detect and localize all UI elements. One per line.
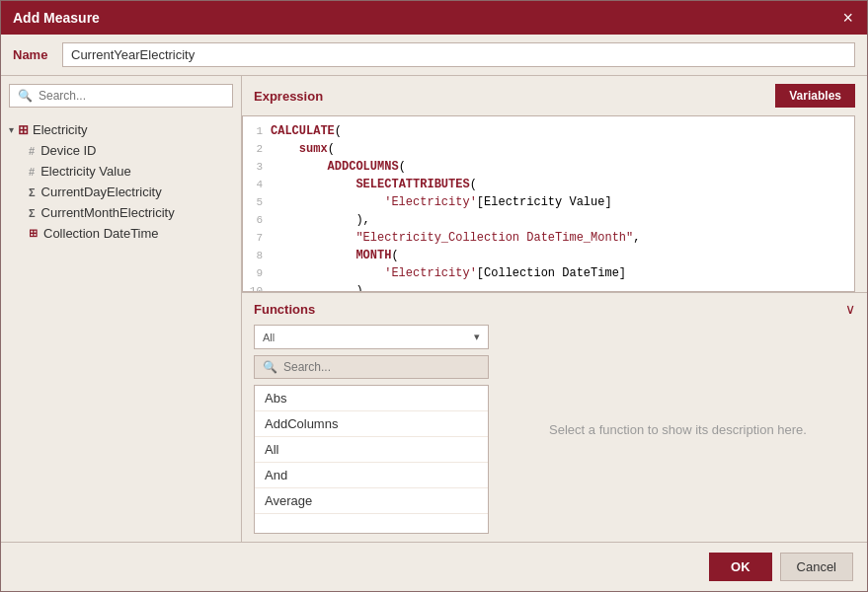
name-input[interactable] (62, 42, 855, 67)
code-line-2: 2 sumx( (243, 140, 854, 158)
functions-section: Functions ∨ All ▾ 🔍 Abs (242, 292, 867, 542)
table-icon: ⊞ (18, 122, 29, 137)
tree-item-label: Electricity Value (40, 164, 131, 179)
tree-item-label: Device ID (40, 143, 96, 158)
code-line-6: 6 ), (243, 211, 854, 229)
code-line-8: 8 MONTH( (243, 247, 854, 264)
name-row: Name (1, 35, 867, 76)
hash-icon: # (29, 166, 35, 178)
list-item-all[interactable]: All (255, 437, 488, 463)
chevron-down-icon: ▾ (9, 124, 14, 135)
left-search-input[interactable] (39, 89, 224, 103)
right-panel: Expression Variables 1 CALCULATE( 2 sumx… (242, 76, 867, 542)
functions-header: Functions ∨ (242, 293, 867, 325)
sigma-icon: Σ (29, 186, 36, 198)
dropdown-value: All (263, 332, 275, 343)
func-search-input[interactable] (283, 360, 480, 374)
dialog-title: Add Measure (13, 10, 100, 26)
list-item-addcolumns[interactable]: AddColumns (255, 411, 488, 437)
tree-item-electricity-value[interactable]: # Electricity Value (1, 161, 241, 182)
tree-item-current-month[interactable]: Σ CurrentMonthElectricity (1, 202, 241, 223)
tree-container: ▾ ⊞ Electricity # Device ID # Electricit… (1, 115, 241, 542)
func-list: Abs AddColumns All And Average (254, 385, 489, 534)
search-box: 🔍 (9, 84, 233, 108)
hash-icon: # (29, 145, 35, 157)
name-label: Name (13, 47, 52, 62)
functions-label: Functions (254, 302, 315, 317)
functions-toggle-icon[interactable]: ∨ (845, 301, 855, 317)
add-measure-dialog: Add Measure × Name 🔍 ▾ ⊞ Electricity # (0, 0, 868, 592)
code-editor[interactable]: 1 CALCULATE( 2 sumx( 3 ADDCOLUMNS( 4 SEL… (242, 115, 855, 292)
close-button[interactable]: × (840, 9, 855, 27)
tree-item-collection-datetime[interactable]: ⊞ Collection DateTime (1, 223, 241, 244)
dialog-titlebar: Add Measure × (1, 1, 867, 35)
expression-label: Expression (254, 89, 323, 104)
dialog-footer: OK Cancel (1, 542, 867, 591)
variables-button[interactable]: Variables (775, 84, 855, 108)
tree-item-label: Collection DateTime (43, 226, 159, 241)
tree-item-current-day[interactable]: Σ CurrentDayElectricity (1, 182, 241, 202)
ok-button[interactable]: OK (709, 553, 772, 581)
tree-group-header[interactable]: ▾ ⊞ Electricity (1, 119, 241, 140)
code-line-10: 10 ), (243, 282, 854, 292)
tree-item-label: CurrentMonthElectricity (41, 205, 175, 220)
search-icon: 🔍 (18, 89, 33, 103)
func-search-box: 🔍 (254, 355, 489, 379)
list-item-abs[interactable]: Abs (255, 386, 488, 411)
functions-body: All ▾ 🔍 Abs AddColumns All And Ave (242, 325, 867, 542)
table-icon: ⊞ (29, 227, 38, 240)
functions-left: All ▾ 🔍 Abs AddColumns All And Ave (242, 325, 489, 534)
code-line-4: 4 SELECTATTRIBUTES( (243, 176, 854, 193)
code-line-9: 9 'Electricity'[Collection DateTime] (243, 264, 854, 282)
sigma-icon: Σ (29, 207, 36, 219)
tree-item-device-id[interactable]: # Device ID (1, 140, 241, 161)
functions-description: Select a function to show its descriptio… (489, 325, 855, 534)
tree-group-label: Electricity (33, 122, 88, 137)
functions-category-dropdown[interactable]: All ▾ (254, 325, 489, 349)
chevron-down-icon: ▾ (474, 331, 480, 343)
functions-description-text: Select a function to show its descriptio… (549, 422, 807, 437)
code-line-5: 5 'Electricity'[Electricity Value] (243, 193, 854, 211)
dialog-body: 🔍 ▾ ⊞ Electricity # Device ID # Electric… (1, 76, 867, 542)
left-panel: 🔍 ▾ ⊞ Electricity # Device ID # Electric… (1, 76, 242, 542)
search-icon: 🔍 (263, 360, 277, 374)
tree-item-label: CurrentDayElectricity (41, 185, 162, 199)
code-line-1: 1 CALCULATE( (243, 122, 854, 140)
code-line-3: 3 ADDCOLUMNS( (243, 158, 854, 176)
code-line-7: 7 "Electricity_Collection DateTime_Month… (243, 229, 854, 247)
list-item-and[interactable]: And (255, 463, 488, 488)
expression-header: Expression Variables (242, 76, 867, 115)
cancel-button[interactable]: Cancel (780, 553, 853, 581)
list-item-average[interactable]: Average (255, 488, 488, 514)
